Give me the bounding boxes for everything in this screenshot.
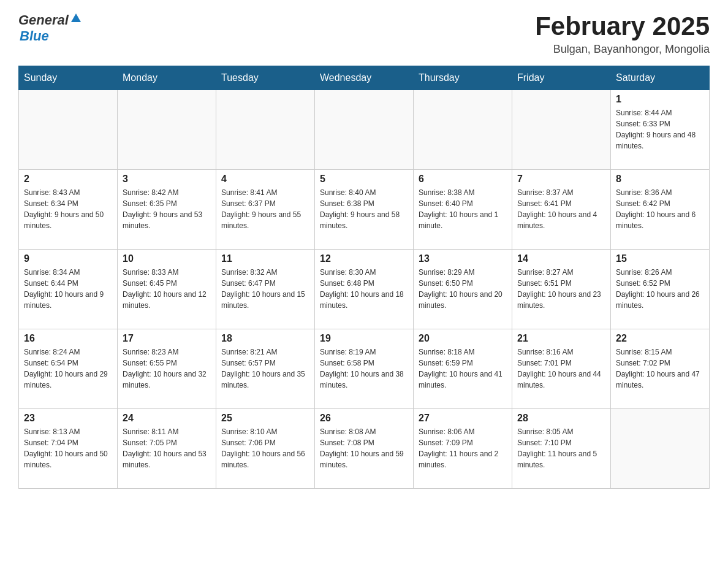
calendar-cell: 7Sunrise: 8:37 AM Sunset: 6:41 PM Daylig… <box>512 170 611 250</box>
weekday-header-sunday: Sunday <box>19 66 118 90</box>
day-info: Sunrise: 8:21 AM Sunset: 6:57 PM Dayligh… <box>221 347 309 391</box>
day-info: Sunrise: 8:43 AM Sunset: 6:34 PM Dayligh… <box>24 187 112 231</box>
day-number: 14 <box>517 253 605 264</box>
calendar-cell: 23Sunrise: 8:13 AM Sunset: 7:04 PM Dayli… <box>19 409 118 489</box>
day-number: 24 <box>123 413 211 424</box>
day-info: Sunrise: 8:36 AM Sunset: 6:42 PM Dayligh… <box>616 187 704 231</box>
calendar-cell: 8Sunrise: 8:36 AM Sunset: 6:42 PM Daylig… <box>611 170 710 250</box>
calendar-cell <box>118 90 216 170</box>
day-info: Sunrise: 8:32 AM Sunset: 6:47 PM Dayligh… <box>221 267 309 311</box>
calendar-cell: 9Sunrise: 8:34 AM Sunset: 6:44 PM Daylig… <box>19 250 118 329</box>
calendar-cell: 16Sunrise: 8:24 AM Sunset: 6:54 PM Dayli… <box>19 329 118 409</box>
day-number: 5 <box>320 174 408 185</box>
calendar-cell: 2Sunrise: 8:43 AM Sunset: 6:34 PM Daylig… <box>19 170 118 250</box>
day-info: Sunrise: 8:13 AM Sunset: 7:04 PM Dayligh… <box>24 426 112 470</box>
calendar-week-4: 16Sunrise: 8:24 AM Sunset: 6:54 PM Dayli… <box>19 329 710 409</box>
calendar-week-5: 23Sunrise: 8:13 AM Sunset: 7:04 PM Dayli… <box>19 409 710 489</box>
day-info: Sunrise: 8:16 AM Sunset: 7:01 PM Dayligh… <box>517 347 605 391</box>
day-info: Sunrise: 8:38 AM Sunset: 6:40 PM Dayligh… <box>419 187 507 231</box>
day-number: 7 <box>517 174 605 185</box>
day-info: Sunrise: 8:40 AM Sunset: 6:38 PM Dayligh… <box>320 187 408 231</box>
day-info: Sunrise: 8:08 AM Sunset: 7:08 PM Dayligh… <box>320 426 408 470</box>
day-info: Sunrise: 8:05 AM Sunset: 7:10 PM Dayligh… <box>517 426 605 470</box>
day-info: Sunrise: 8:42 AM Sunset: 6:35 PM Dayligh… <box>123 187 211 231</box>
day-info: Sunrise: 8:41 AM Sunset: 6:37 PM Dayligh… <box>221 187 309 231</box>
calendar-cell <box>414 90 512 170</box>
day-number: 10 <box>123 253 211 264</box>
calendar-cell: 20Sunrise: 8:18 AM Sunset: 6:59 PM Dayli… <box>414 329 512 409</box>
day-info: Sunrise: 8:33 AM Sunset: 6:45 PM Dayligh… <box>123 267 211 311</box>
weekday-header-monday: Monday <box>118 66 216 90</box>
calendar-cell: 25Sunrise: 8:10 AM Sunset: 7:06 PM Dayli… <box>216 409 315 489</box>
calendar-cell <box>19 90 118 170</box>
svg-marker-0 <box>71 13 81 22</box>
weekday-header-tuesday: Tuesday <box>216 66 315 90</box>
calendar-cell: 12Sunrise: 8:30 AM Sunset: 6:48 PM Dayli… <box>315 250 414 329</box>
calendar-table: SundayMondayTuesdayWednesdayThursdayFrid… <box>18 66 710 489</box>
header: General Blue February 2025 Bulgan, Bayan… <box>18 12 710 56</box>
day-number: 25 <box>221 413 309 424</box>
calendar-cell: 24Sunrise: 8:11 AM Sunset: 7:05 PM Dayli… <box>118 409 216 489</box>
day-number: 12 <box>320 253 408 264</box>
calendar-cell: 19Sunrise: 8:19 AM Sunset: 6:58 PM Dayli… <box>315 329 414 409</box>
day-number: 21 <box>517 333 605 344</box>
day-info: Sunrise: 8:24 AM Sunset: 6:54 PM Dayligh… <box>24 347 112 391</box>
day-number: 2 <box>24 174 112 185</box>
day-info: Sunrise: 8:23 AM Sunset: 6:55 PM Dayligh… <box>123 347 211 391</box>
title-area: February 2025 Bulgan, Bayanhongor, Mongo… <box>535 12 710 56</box>
calendar-cell: 5Sunrise: 8:40 AM Sunset: 6:38 PM Daylig… <box>315 170 414 250</box>
calendar-cell: 14Sunrise: 8:27 AM Sunset: 6:51 PM Dayli… <box>512 250 611 329</box>
calendar-cell: 21Sunrise: 8:16 AM Sunset: 7:01 PM Dayli… <box>512 329 611 409</box>
logo-triangle-icon <box>70 12 82 26</box>
calendar-cell <box>315 90 414 170</box>
day-info: Sunrise: 8:18 AM Sunset: 6:59 PM Dayligh… <box>419 347 507 391</box>
day-info: Sunrise: 8:10 AM Sunset: 7:06 PM Dayligh… <box>221 426 309 470</box>
day-number: 11 <box>221 253 309 264</box>
day-number: 1 <box>616 94 704 105</box>
day-number: 13 <box>419 253 507 264</box>
calendar-cell: 18Sunrise: 8:21 AM Sunset: 6:57 PM Dayli… <box>216 329 315 409</box>
day-info: Sunrise: 8:29 AM Sunset: 6:50 PM Dayligh… <box>419 267 507 311</box>
day-number: 22 <box>616 333 704 344</box>
weekday-header-wednesday: Wednesday <box>315 66 414 90</box>
logo-blue-text: Blue <box>20 28 49 44</box>
calendar-cell: 3Sunrise: 8:42 AM Sunset: 6:35 PM Daylig… <box>118 170 216 250</box>
logo-general-text: General <box>18 12 69 28</box>
calendar-cell: 13Sunrise: 8:29 AM Sunset: 6:50 PM Dayli… <box>414 250 512 329</box>
day-number: 18 <box>221 333 309 344</box>
day-info: Sunrise: 8:26 AM Sunset: 6:52 PM Dayligh… <box>616 267 704 311</box>
calendar-cell <box>512 90 611 170</box>
calendar-week-2: 2Sunrise: 8:43 AM Sunset: 6:34 PM Daylig… <box>19 170 710 250</box>
calendar-week-3: 9Sunrise: 8:34 AM Sunset: 6:44 PM Daylig… <box>19 250 710 329</box>
calendar-cell: 15Sunrise: 8:26 AM Sunset: 6:52 PM Dayli… <box>611 250 710 329</box>
calendar-cell: 1Sunrise: 8:44 AM Sunset: 6:33 PM Daylig… <box>611 90 710 170</box>
calendar-cell: 6Sunrise: 8:38 AM Sunset: 6:40 PM Daylig… <box>414 170 512 250</box>
calendar-cell: 11Sunrise: 8:32 AM Sunset: 6:47 PM Dayli… <box>216 250 315 329</box>
weekday-header-thursday: Thursday <box>414 66 512 90</box>
weekday-header-saturday: Saturday <box>611 66 710 90</box>
weekday-header-row: SundayMondayTuesdayWednesdayThursdayFrid… <box>19 66 710 90</box>
day-number: 15 <box>616 253 704 264</box>
weekday-header-friday: Friday <box>512 66 611 90</box>
day-number: 28 <box>517 413 605 424</box>
day-info: Sunrise: 8:27 AM Sunset: 6:51 PM Dayligh… <box>517 267 605 311</box>
day-number: 9 <box>24 253 112 264</box>
calendar-cell: 27Sunrise: 8:06 AM Sunset: 7:09 PM Dayli… <box>414 409 512 489</box>
day-number: 16 <box>24 333 112 344</box>
calendar-cell <box>216 90 315 170</box>
day-number: 17 <box>123 333 211 344</box>
calendar-week-1: 1Sunrise: 8:44 AM Sunset: 6:33 PM Daylig… <box>19 90 710 170</box>
calendar-cell: 10Sunrise: 8:33 AM Sunset: 6:45 PM Dayli… <box>118 250 216 329</box>
day-info: Sunrise: 8:37 AM Sunset: 6:41 PM Dayligh… <box>517 187 605 231</box>
calendar-cell: 4Sunrise: 8:41 AM Sunset: 6:37 PM Daylig… <box>216 170 315 250</box>
calendar-cell <box>611 409 710 489</box>
logo: General Blue <box>18 12 82 44</box>
day-number: 3 <box>123 174 211 185</box>
day-info: Sunrise: 8:19 AM Sunset: 6:58 PM Dayligh… <box>320 347 408 391</box>
day-info: Sunrise: 8:30 AM Sunset: 6:48 PM Dayligh… <box>320 267 408 311</box>
day-info: Sunrise: 8:06 AM Sunset: 7:09 PM Dayligh… <box>419 426 507 470</box>
day-number: 6 <box>419 174 507 185</box>
day-number: 19 <box>320 333 408 344</box>
day-number: 20 <box>419 333 507 344</box>
calendar-title: February 2025 <box>535 12 710 40</box>
